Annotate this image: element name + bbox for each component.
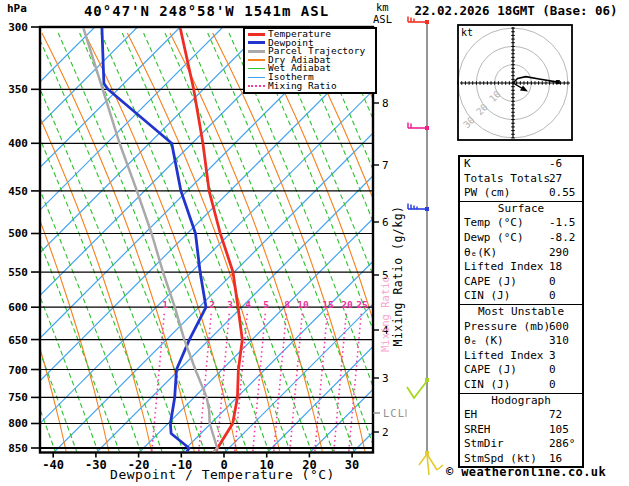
table-section-most-unstable: Most UnstablePressure (mb)600θₑ (K)310Li…: [460, 304, 582, 393]
table-row-value: -1.5: [549, 216, 576, 231]
legend-swatch-temperature: [248, 33, 265, 36]
legend-swatch-parcel: [248, 50, 265, 53]
table-row-label: Temp (°C): [464, 216, 549, 231]
legend-swatch-isotherm: [248, 77, 265, 79]
legend-swatch-wet_adiabat: [248, 68, 265, 70]
table-row: Pressure (mb)600: [460, 320, 582, 335]
table-row: Temp (°C)-1.5: [460, 216, 582, 231]
table-row-label: Lifted Index: [464, 260, 549, 275]
altitude-axis-unit-km: km: [376, 1, 389, 13]
mixing-ratio-line: [253, 313, 265, 451]
hodograph-unit-label: kt: [461, 27, 473, 38]
pressure-tick-label: 500: [8, 227, 28, 240]
wet-adiabat-line: [272, 33, 440, 453]
table-section-hodograph: HodographEH72SREH105StmDir286°StmSpd (kt…: [460, 393, 582, 467]
table-row: Lifted Index3: [460, 349, 582, 364]
table-row: StmDir286°: [460, 437, 582, 452]
table-row-label: CAPE (J): [464, 363, 549, 378]
lcl-marker-label: LCL: [383, 407, 405, 419]
mixing-ratio-tick-label: 10: [297, 299, 309, 310]
table-row-label: SREH: [464, 423, 549, 438]
table-row-label: θₑ (K): [464, 334, 549, 349]
table-row: CIN (J)0: [460, 289, 582, 304]
pressure-tick-label: 700: [8, 364, 28, 377]
mixing-ratio-tick-label: 20: [341, 299, 353, 310]
temperature-axis-label: Dewpoint / Temperature (°C): [60, 467, 385, 482]
table-row-label: Lifted Index: [464, 349, 549, 364]
table-section-header: Hodograph: [460, 394, 582, 409]
legend-label: Mixing Ratio: [268, 82, 337, 91]
table-row-label: Pressure (mb): [464, 320, 549, 335]
table-row-value: 72: [549, 408, 562, 423]
table-row-label: PW (cm): [464, 186, 549, 201]
run-date-label: 22.02.2026 18GMT (Base: 06): [403, 3, 629, 18]
legend-swatch-dewpoint: [248, 41, 265, 44]
pressure-axis-unit: hPa: [7, 2, 27, 15]
table-row-label: Totals Totals: [464, 172, 549, 187]
table-row-value: 0: [549, 378, 556, 393]
table-row-value: 0: [549, 363, 556, 378]
wind-barb: [408, 123, 429, 131]
mixing-ratio-tick-label: 25: [356, 299, 368, 310]
wind-barb: [408, 204, 429, 212]
pressure-tick-label: 800: [8, 417, 28, 430]
table-row: Lifted Index18: [460, 260, 582, 275]
indices-table: K-6Totals Totals27PW (cm)0.55SurfaceTemp…: [458, 155, 584, 468]
table-row: K-6: [460, 157, 582, 172]
table-row-label: Dewp (°C): [464, 231, 549, 246]
table-row-label: CAPE (J): [464, 275, 549, 290]
mixing-ratio-line: [274, 313, 286, 451]
mixing-ratio-tick-label: 8: [284, 299, 290, 310]
table-section-header: Surface: [460, 202, 582, 217]
page-title: 40°47'N 248°58'W 1541m ASL: [40, 3, 373, 19]
table-section-header: Most Unstable: [460, 305, 582, 320]
wind-barb: [407, 378, 429, 398]
legend-swatch-dry_adiabat: [248, 59, 265, 61]
table-row: CAPE (J)0: [460, 363, 582, 378]
table-row: SREH105: [460, 423, 582, 438]
table-row-value: 290: [549, 246, 569, 261]
mixing-ratio-axis-echo: Mixing Ratio: [379, 266, 391, 352]
mixing-ratio-line: [349, 313, 361, 451]
pressure-tick-label: 550: [8, 266, 28, 279]
table-row-value: 18: [549, 260, 562, 275]
mixing-ratio-tick-label: 15: [322, 299, 334, 310]
table-row-value: 600: [549, 320, 569, 335]
wet-adiabat-line: [293, 33, 461, 453]
km-tick-label: 7: [382, 159, 389, 172]
pressure-tick-label: 750: [8, 391, 28, 404]
table-row: Totals Totals27: [460, 172, 582, 187]
table-section-surface: SurfaceTemp (°C)-1.5Dewp (°C)-8.2θₑ(K)29…: [460, 201, 582, 304]
hodograph-ring-label: 30: [461, 114, 477, 130]
hodograph-ring-label: 20: [474, 101, 490, 117]
table-row: θₑ(K)290: [460, 246, 582, 261]
table-row: θₑ (K)310: [460, 334, 582, 349]
table-row-value: -8.2: [549, 231, 576, 246]
table-row-value: 310: [549, 334, 569, 349]
table-row-label: CIN (J): [464, 378, 549, 393]
table-row-label: EH: [464, 408, 549, 423]
mixing-ratio-tick-label: 4: [245, 299, 251, 310]
mixing-ratio-axis-label: Mixing Ratio (g/kg): [391, 205, 405, 347]
legend-item: Mixing Ratio: [245, 82, 375, 91]
table-row-label: K: [464, 157, 549, 172]
pressure-tick-label: 400: [8, 137, 28, 150]
table-section: K-6Totals Totals27PW (cm)0.55: [460, 157, 582, 201]
km-tick-label: 2: [382, 426, 389, 439]
table-row-value: 0: [549, 275, 556, 290]
km-tick-label: 8: [382, 97, 389, 110]
table-row-label: CIN (J): [464, 289, 549, 304]
table-row-value: 0: [549, 289, 556, 304]
storm-motion-arrowhead: [520, 85, 528, 91]
km-tick-label: 6: [382, 216, 389, 229]
table-row-value: 0.55: [549, 186, 576, 201]
wind-barb: [419, 451, 443, 475]
table-row: PW (cm)0.55: [460, 186, 582, 201]
hodograph-trace-endpoint: [556, 80, 560, 84]
table-row: Dewp (°C)-8.2: [460, 231, 582, 246]
table-row-value: 27: [549, 172, 562, 187]
table-row: CAPE (J)0: [460, 275, 582, 290]
skewt-sounding-page: 300350400450500550600650700750800850-40-…: [0, 0, 629, 486]
sounding-traces: [83, 27, 242, 452]
table-row-value: -6: [549, 157, 562, 172]
